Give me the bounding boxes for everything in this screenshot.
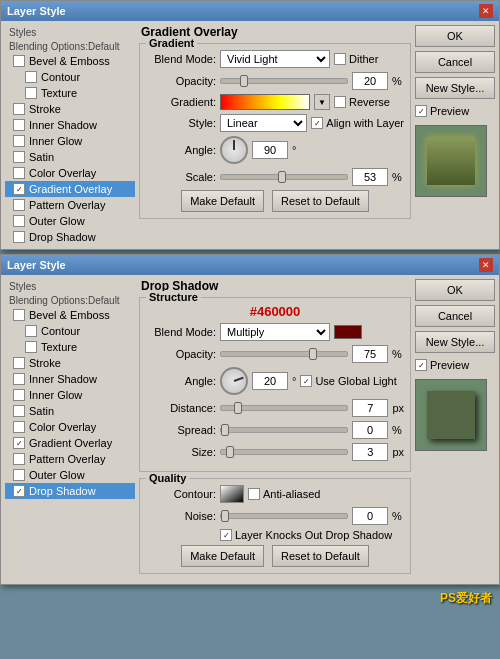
angle-input[interactable]: 90 [252, 141, 288, 159]
dialog2-ok-btn[interactable]: OK [415, 279, 495, 301]
layer-knocks-checkbox[interactable] [220, 529, 232, 541]
gradient-dropdown-btn[interactable]: ▼ [314, 94, 330, 110]
stroke-checkbox[interactable] [13, 103, 25, 115]
contour-checkbox[interactable] [25, 71, 37, 83]
d2-drop-shadow-checkbox[interactable] [13, 485, 25, 497]
dialog2-cancel-btn[interactable]: Cancel [415, 305, 495, 327]
d2-stroke-checkbox[interactable] [13, 357, 25, 369]
style-select[interactable]: Linear [220, 114, 307, 132]
d2-make-default-btn[interactable]: Make Default [181, 545, 264, 567]
use-global-light-checkbox[interactable] [300, 375, 312, 387]
blend-mode-select[interactable]: Vivid Light [220, 50, 330, 68]
drop-shadow-checkbox[interactable] [13, 231, 25, 243]
d2-bevel-checkbox[interactable] [13, 309, 25, 321]
d2-sidebar-item-pattern-overlay[interactable]: Pattern Overlay [5, 451, 135, 467]
d2-distance-thumb[interactable] [234, 402, 242, 414]
d2-spread-thumb[interactable] [221, 424, 229, 436]
d2-distance-input[interactable]: 7 [352, 399, 388, 417]
d2-sidebar-item-inner-shadow[interactable]: Inner Shadow [5, 371, 135, 387]
d2-sidebar-item-inner-glow[interactable]: Inner Glow [5, 387, 135, 403]
opacity-thumb[interactable] [240, 75, 248, 87]
gradient-overlay-checkbox[interactable] [13, 183, 25, 195]
anti-aliased-checkbox[interactable] [248, 488, 260, 500]
sidebar-item-inner-glow[interactable]: Inner Glow [5, 133, 135, 149]
pattern-overlay-checkbox[interactable] [13, 199, 25, 211]
d2-sidebar-item-outer-glow[interactable]: Outer Glow [5, 467, 135, 483]
outer-glow-checkbox[interactable] [13, 215, 25, 227]
d2-inner-glow-checkbox[interactable] [13, 389, 25, 401]
dialog2-close-button[interactable]: ✕ [479, 258, 493, 272]
d2-size-thumb[interactable] [226, 446, 234, 458]
d2-sidebar-item-contour[interactable]: Contour [5, 323, 135, 339]
scale-input[interactable]: 53 [352, 168, 388, 186]
sidebar-item-outer-glow[interactable]: Outer Glow [5, 213, 135, 229]
d2-distance-slider[interactable] [220, 405, 348, 411]
d2-satin-checkbox[interactable] [13, 405, 25, 417]
texture-checkbox[interactable] [25, 87, 37, 99]
reverse-checkbox[interactable] [334, 96, 346, 108]
d2-opacity-input[interactable]: 75 [352, 345, 388, 363]
dialog1-ok-btn[interactable]: OK [415, 25, 495, 47]
opacity-input[interactable]: 20 [352, 72, 388, 90]
sidebar-item-drop-shadow[interactable]: Drop Shadow [5, 229, 135, 245]
d2-opacity-thumb[interactable] [309, 348, 317, 360]
satin-checkbox[interactable] [13, 151, 25, 163]
angle-dial[interactable] [220, 136, 248, 164]
d2-spread-slider[interactable] [220, 427, 348, 433]
d2-contour-preview[interactable] [220, 485, 244, 503]
sidebar-item-gradient-overlay[interactable]: Gradient Overlay [5, 181, 135, 197]
d2-blend-mode-select[interactable]: Multiply [220, 323, 330, 341]
scale-thumb[interactable] [278, 171, 286, 183]
sidebar-item-inner-shadow[interactable]: Inner Shadow [5, 117, 135, 133]
color-overlay-checkbox[interactable] [13, 167, 25, 179]
d2-sidebar-item-satin[interactable]: Satin [5, 403, 135, 419]
d2-color-swatch[interactable] [334, 325, 362, 339]
d2-color-overlay-checkbox[interactable] [13, 421, 25, 433]
d2-size-input[interactable]: 3 [352, 443, 388, 461]
sidebar-item-contour[interactable]: Contour [5, 69, 135, 85]
d2-sidebar-item-drop-shadow[interactable]: Drop Shadow [5, 483, 135, 499]
sidebar-item-color-overlay[interactable]: Color Overlay [5, 165, 135, 181]
d2-angle-input[interactable]: 20 [252, 372, 288, 390]
d2-size-slider[interactable] [220, 449, 348, 455]
opacity-slider[interactable] [220, 78, 348, 84]
dialog1-cancel-btn[interactable]: Cancel [415, 51, 495, 73]
sidebar-item-satin[interactable]: Satin [5, 149, 135, 165]
d2-noise-input[interactable]: 0 [352, 507, 388, 525]
d2-outer-glow-checkbox[interactable] [13, 469, 25, 481]
d2-sidebar-item-bevel[interactable]: Bevel & Emboss [5, 307, 135, 323]
dither-checkbox[interactable] [334, 53, 346, 65]
d2-spread-input[interactable]: 0 [352, 421, 388, 439]
dialog1-close-button[interactable]: ✕ [479, 4, 493, 18]
d2-inner-shadow-checkbox[interactable] [13, 373, 25, 385]
sidebar-item-stroke[interactable]: Stroke [5, 101, 135, 117]
sidebar-item-texture[interactable]: Texture [5, 85, 135, 101]
d2-sidebar-item-texture[interactable]: Texture [5, 339, 135, 355]
d2-reset-default-btn[interactable]: Reset to Default [272, 545, 369, 567]
dialog2-new-style-btn[interactable]: New Style... [415, 331, 495, 353]
scale-slider[interactable] [220, 174, 348, 180]
make-default-btn[interactable]: Make Default [181, 190, 264, 212]
d2-noise-slider[interactable] [220, 513, 348, 519]
sidebar-item-bevel[interactable]: Bevel & Emboss [5, 53, 135, 69]
bevel-checkbox[interactable] [13, 55, 25, 67]
d2-gradient-overlay-checkbox[interactable] [13, 437, 25, 449]
d2-contour-checkbox[interactable] [25, 325, 37, 337]
reset-default-btn[interactable]: Reset to Default [272, 190, 369, 212]
d2-angle-dial[interactable] [220, 367, 248, 395]
sidebar-item-pattern-overlay[interactable]: Pattern Overlay [5, 197, 135, 213]
dialog1-new-style-btn[interactable]: New Style... [415, 77, 495, 99]
d2-noise-thumb[interactable] [221, 510, 229, 522]
inner-shadow-checkbox[interactable] [13, 119, 25, 131]
d2-sidebar-item-gradient-overlay[interactable]: Gradient Overlay [5, 435, 135, 451]
dialog1-preview-checkbox[interactable] [415, 105, 427, 117]
inner-glow-checkbox[interactable] [13, 135, 25, 147]
d2-opacity-slider[interactable] [220, 351, 348, 357]
dialog2-preview-checkbox[interactable] [415, 359, 427, 371]
gradient-bar[interactable] [220, 94, 310, 110]
d2-pattern-overlay-checkbox[interactable] [13, 453, 25, 465]
align-checkbox[interactable] [311, 117, 323, 129]
d2-sidebar-item-color-overlay[interactable]: Color Overlay [5, 419, 135, 435]
d2-texture-checkbox[interactable] [25, 341, 37, 353]
d2-sidebar-item-stroke[interactable]: Stroke [5, 355, 135, 371]
